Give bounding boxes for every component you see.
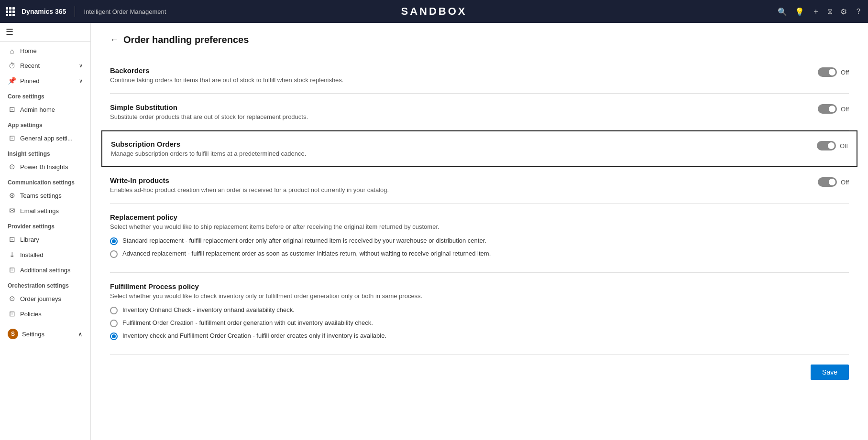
setting-info-backorders: Backorders Continue taking orders for it…: [110, 66, 806, 84]
sidebar-item-recent[interactable]: ⏱ Recent ∨: [0, 58, 90, 73]
save-bar: Save: [110, 355, 849, 385]
sidebar-item-admin-home[interactable]: ⊡ Admin home: [0, 102, 90, 117]
subscription-orders-title: Subscription Orders: [111, 140, 805, 148]
sidebar-item-policies[interactable]: ⊡ Policies: [0, 306, 90, 322]
filter-icon[interactable]: ⧖: [827, 7, 833, 16]
email-icon: ✉: [8, 206, 16, 215]
sidebar-item-email[interactable]: ✉ Email settings: [0, 203, 90, 218]
section-orchestration-settings: Orchestration settings: [0, 278, 90, 291]
waffle-icon[interactable]: [6, 7, 15, 16]
section-app-settings: App settings: [0, 117, 90, 130]
topbar-sandbox-label: SANDBOX: [401, 5, 467, 18]
radio-advanced-replacement[interactable]: Advanced replacement - fulfill replaceme…: [110, 250, 849, 258]
setting-info-subscription-orders: Subscription Orders Manage subscription …: [111, 140, 805, 157]
backorders-toggle-label: Off: [841, 69, 849, 76]
additional-icon: ⊡: [8, 266, 16, 274]
sidebar-item-home[interactable]: ⌂ Home: [0, 43, 90, 58]
topbar-left: Dynamics 365 Intelligent Order Managemen…: [6, 6, 166, 17]
radio-label-fulfillment-order: Fulfillment Order Creation - fulfillment…: [122, 319, 373, 326]
pin-icon: 📌: [8, 76, 16, 85]
sidebar-order-journeys-label: Order journeys: [20, 295, 61, 302]
simple-substitution-desc: Substitute order products that are out o…: [110, 113, 806, 120]
power-bi-icon: ⊙: [8, 162, 16, 171]
radio-label-advanced: Advanced replacement - fulfill replaceme…: [122, 250, 491, 257]
subscription-orders-desc: Manage subscription orders to fulfill it…: [111, 150, 805, 157]
sidebar-additional-label: Additional settings: [20, 267, 71, 274]
simple-substitution-toggle[interactable]: [818, 104, 837, 114]
sidebar-item-power-bi[interactable]: ⊙ Power Bi Insights: [0, 159, 90, 174]
radio-fulfillment-order-creation[interactable]: Fulfillment Order Creation - fulfillment…: [110, 319, 849, 327]
topbar-divider: [75, 6, 75, 17]
write-in-products-toggle[interactable]: [818, 177, 837, 187]
sidebar-item-settings[interactable]: S Settings ∧: [0, 325, 90, 343]
sidebar-policies-label: Policies: [20, 311, 42, 318]
section-core-settings: Core settings: [0, 88, 90, 102]
fulfillment-policy-section: Fulfillment Process policy Select whethe…: [110, 273, 849, 355]
backorders-desc: Continue taking orders for items that ar…: [110, 76, 806, 84]
setting-info-write-in-products: Write-In products Enables ad-hoc product…: [110, 176, 806, 193]
sidebar-item-general-app[interactable]: ⊡ General app setti...: [0, 130, 90, 146]
sidebar-nav: ⌂ Home ⏱ Recent ∨ 📌 Pinned ∨ Core settin…: [0, 42, 90, 344]
subscription-orders-toggle-label: Off: [840, 142, 848, 150]
sidebar-item-additional[interactable]: ⊡ Additional settings: [0, 262, 90, 278]
backorders-toggle[interactable]: [818, 67, 837, 77]
backorders-title: Backorders: [110, 66, 806, 75]
setting-row-simple-substitution: Simple Substitution Substitute order pro…: [110, 94, 849, 130]
radio-btn-advanced[interactable]: [110, 250, 118, 258]
replacement-policy-desc: Select whether you would like to ship re…: [110, 223, 849, 230]
recent-icon: ⏱: [8, 62, 16, 70]
sidebar-top: ☰: [0, 23, 90, 42]
back-arrow-icon[interactable]: ←: [110, 35, 119, 45]
fulfillment-policy-desc: Select whether you would like to check i…: [110, 292, 849, 300]
radio-label-inventory-onhand: Inventory Onhand Check - inventory onhan…: [122, 306, 295, 313]
replacement-policy-section: Replacement policy Select whether you wo…: [110, 204, 849, 273]
subscription-orders-toggle[interactable]: [817, 141, 836, 150]
radio-btn-standard[interactable]: [110, 237, 118, 245]
chevron-down-icon-pinned: ∨: [79, 78, 83, 84]
sidebar-item-installed[interactable]: ⤓ Installed: [0, 247, 90, 262]
general-app-icon: ⊡: [8, 134, 16, 142]
main-content: ← Order handling preferences Backorders …: [91, 23, 868, 440]
radio-btn-inventory-and-fulfillment[interactable]: [110, 333, 118, 340]
hamburger-icon[interactable]: ☰: [6, 27, 13, 37]
order-journeys-icon: ⊙: [8, 294, 16, 303]
sidebar-library-label: Library: [20, 236, 39, 243]
write-in-products-toggle-label: Off: [841, 179, 849, 186]
sidebar-installed-label: Installed: [20, 251, 43, 258]
chevron-down-icon: ∨: [79, 63, 83, 69]
radio-standard-replacement[interactable]: Standard replacement - fulfill replaceme…: [110, 237, 849, 245]
sidebar-email-label: Email settings: [20, 207, 59, 215]
sidebar: ☰ ⌂ Home ⏱ Recent ∨ 📌 Pinned ∨ Core sett…: [0, 23, 91, 440]
bulb-icon[interactable]: 💡: [795, 7, 804, 16]
chevron-right-icon: ∧: [78, 331, 83, 338]
simple-substitution-title: Simple Substitution: [110, 103, 806, 111]
simple-substitution-toggle-wrap: Off: [818, 104, 849, 114]
library-icon: ⊡: [8, 235, 16, 244]
sidebar-item-pinned[interactable]: 📌 Pinned ∨: [0, 73, 90, 88]
installed-icon: ⤓: [8, 250, 16, 259]
help-icon[interactable]: ？: [855, 7, 862, 17]
plus-icon[interactable]: ＋: [812, 7, 820, 17]
layout: ☰ ⌂ Home ⏱ Recent ∨ 📌 Pinned ∨ Core sett…: [0, 23, 868, 440]
replacement-policy-title: Replacement policy: [110, 213, 849, 221]
radio-btn-inventory-onhand[interactable]: [110, 307, 118, 314]
admin-home-icon: ⊡: [8, 105, 16, 114]
radio-inventory-onhand[interactable]: Inventory Onhand Check - inventory onhan…: [110, 306, 849, 314]
settings-icon[interactable]: ⚙: [840, 7, 847, 16]
write-in-products-title: Write-In products: [110, 176, 806, 184]
radio-btn-fulfillment-order[interactable]: [110, 320, 118, 327]
teams-icon: ⊛: [8, 191, 16, 200]
sidebar-item-order-journeys[interactable]: ⊙ Order journeys: [0, 291, 90, 306]
topbar: Dynamics 365 Intelligent Order Managemen…: [0, 0, 868, 23]
radio-label-inventory-and-fulfillment: Inventory check and Fulfillment Order Cr…: [122, 332, 386, 339]
radio-inventory-and-fulfillment[interactable]: Inventory check and Fulfillment Order Cr…: [110, 332, 849, 340]
radio-label-standard: Standard replacement - fulfill replaceme…: [122, 237, 486, 244]
sidebar-item-teams[interactable]: ⊛ Teams settings: [0, 188, 90, 203]
section-provider-settings: Provider settings: [0, 218, 90, 232]
section-insight-settings: Insight settings: [0, 146, 90, 159]
fulfillment-policy-title: Fulfillment Process policy: [110, 282, 849, 290]
search-icon[interactable]: 🔍: [778, 7, 787, 16]
home-icon: ⌂: [8, 47, 16, 55]
save-button[interactable]: Save: [811, 365, 849, 380]
sidebar-item-library[interactable]: ⊡ Library: [0, 232, 90, 247]
